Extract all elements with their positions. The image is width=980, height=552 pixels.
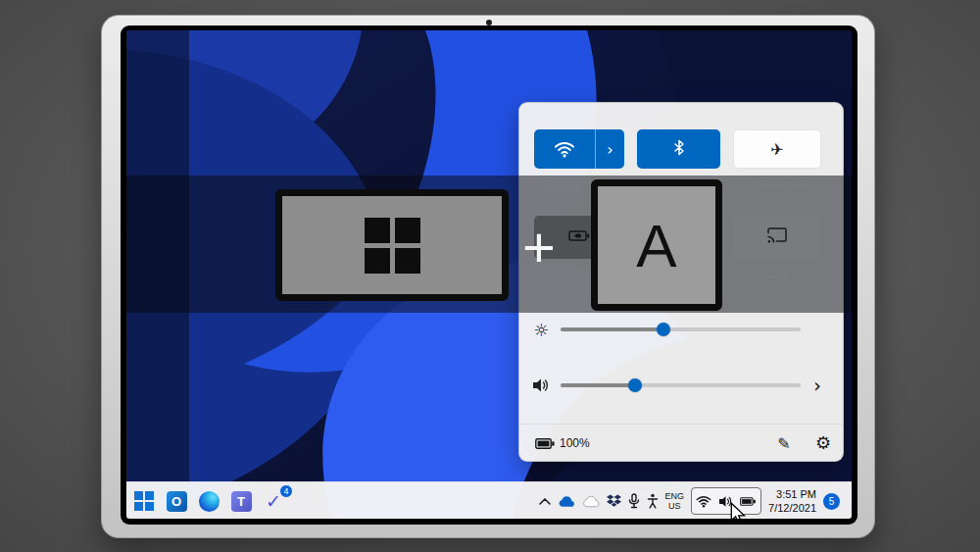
- volume-expand-chevron-icon[interactable]: ›: [808, 375, 827, 396]
- taskbar-item-todo[interactable]: ✓ 4: [262, 489, 285, 513]
- taskbar-item-edge[interactable]: [197, 489, 220, 513]
- microphone-icon[interactable]: [628, 493, 640, 509]
- clock-date: 7/12/2021: [768, 501, 816, 515]
- language-switcher[interactable]: ENG US: [665, 491, 685, 512]
- edit-quick-settings-pencil-icon[interactable]: ✎: [774, 432, 794, 454]
- panel-footer-divider: [519, 424, 843, 425]
- taskbar-app-icons: O T ✓ 4: [132, 482, 285, 519]
- volume-slider-thumb[interactable]: [628, 378, 642, 392]
- wifi-button[interactable]: ›: [534, 129, 624, 169]
- clock-time: 3:51 PM: [776, 487, 816, 501]
- show-hidden-icons-chevron-icon[interactable]: [539, 498, 551, 505]
- accessibility-person-icon[interactable]: [647, 493, 659, 509]
- desktop-screen: › ✈ BelongC8D... Airplane mode: [126, 30, 852, 519]
- brightness-sun-icon: ☼: [529, 320, 553, 339]
- dropbox-icon[interactable]: [607, 494, 621, 508]
- a-key-graphic: A: [591, 179, 722, 311]
- brightness-slider[interactable]: [561, 327, 801, 331]
- brightness-slider-fill: [561, 327, 663, 331]
- notification-count-badge[interactable]: 5: [823, 493, 840, 510]
- airplane-icon: ✈: [770, 140, 783, 159]
- taskbar-item-outlook[interactable]: O: [165, 489, 188, 513]
- taskbar-item-teams[interactable]: T: [229, 489, 253, 513]
- bluetooth-button[interactable]: [637, 129, 720, 169]
- language-line1: ENG: [665, 491, 685, 501]
- battery-percent-label: 100%: [560, 436, 590, 450]
- tablet-device-frame: › ✈ BelongC8D... Airplane mode: [101, 15, 875, 538]
- bluetooth-icon: [673, 139, 685, 160]
- language-line2: US: [668, 501, 681, 511]
- wifi-icon: [534, 129, 595, 169]
- photo-background: › ✈ BelongC8D... Airplane mode: [0, 0, 980, 552]
- edge-icon: [199, 491, 220, 512]
- plus-sign: +: [514, 217, 564, 279]
- onedrive-cloud-icon[interactable]: [558, 494, 575, 509]
- windows-logo-icon: [365, 218, 420, 274]
- volume-slider[interactable]: [561, 383, 801, 387]
- battery-status-icon: [534, 436, 556, 450]
- system-tray: ENG US: [539, 482, 840, 519]
- weather-cloud-icon[interactable]: [582, 494, 600, 509]
- windows-start-icon: [134, 491, 154, 511]
- quick-settings-tray-button[interactable]: [691, 487, 761, 515]
- outlook-icon: O: [167, 491, 187, 512]
- tray-wifi-icon: [696, 495, 711, 508]
- windows-key-graphic: [275, 189, 509, 301]
- settings-gear-icon[interactable]: ⚙: [812, 430, 834, 454]
- clock[interactable]: 3:51 PM 7/12/2021: [768, 487, 816, 516]
- volume-slider-fill: [561, 383, 635, 387]
- brightness-slider-thumb[interactable]: [657, 323, 670, 336]
- mouse-cursor: [729, 502, 748, 519]
- volume-speaker-icon: [530, 376, 552, 394]
- todo-notification-badge: 4: [279, 484, 293, 498]
- a-key-label: A: [636, 211, 676, 280]
- airplane-mode-button[interactable]: ✈: [733, 129, 821, 169]
- shortcut-overlay-band: + A: [126, 176, 852, 313]
- start-button[interactable]: [132, 489, 156, 513]
- wifi-expand-chevron-icon[interactable]: ›: [595, 129, 624, 169]
- teams-icon: T: [231, 491, 252, 512]
